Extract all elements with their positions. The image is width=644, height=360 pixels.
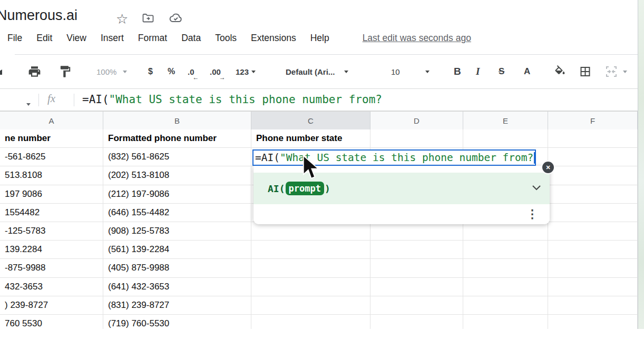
cell[interactable]: (646) 155-4482 bbox=[103, 204, 251, 222]
redo-icon[interactable] bbox=[0, 55, 5, 88]
cell[interactable]: Phone number state bbox=[251, 129, 370, 148]
cell[interactable] bbox=[548, 129, 638, 148]
cell[interactable] bbox=[251, 278, 370, 296]
cell[interactable] bbox=[370, 241, 463, 259]
column-header-a[interactable]: A bbox=[0, 112, 103, 130]
menu-format[interactable]: Format bbox=[138, 33, 167, 44]
cell[interactable]: ne number bbox=[0, 129, 103, 148]
column-header-b[interactable]: B bbox=[103, 112, 251, 130]
cell[interactable] bbox=[463, 315, 548, 329]
cell[interactable] bbox=[548, 148, 638, 166]
cell[interactable] bbox=[548, 296, 638, 315]
formula-bar[interactable]: fx =AI("What US state is this phone numb… bbox=[0, 88, 644, 111]
cell[interactable]: -875-9988 bbox=[0, 259, 103, 277]
fill-color-button[interactable] bbox=[553, 55, 567, 88]
cell[interactable]: (212) 197-9086 bbox=[103, 185, 251, 204]
cell-editor[interactable]: =AI("What US state is this phone number … bbox=[252, 149, 536, 166]
cell[interactable] bbox=[548, 241, 638, 259]
cell[interactable] bbox=[548, 222, 638, 241]
star-icon[interactable]: ☆ bbox=[116, 11, 128, 27]
column-header-d[interactable]: D bbox=[370, 112, 463, 130]
text-color-button[interactable]: A bbox=[524, 55, 530, 88]
paint-format-button[interactable] bbox=[58, 55, 72, 88]
menu-insert[interactable]: Insert bbox=[101, 33, 124, 44]
zoom-select[interactable]: 100% bbox=[96, 55, 127, 88]
cell[interactable] bbox=[251, 315, 370, 329]
folder-move-icon[interactable] bbox=[141, 12, 155, 26]
merge-cells-button[interactable] bbox=[605, 55, 627, 88]
cell[interactable]: (561) 139-2284 bbox=[103, 241, 251, 259]
cell[interactable]: 1554482 bbox=[0, 204, 103, 222]
font-select[interactable]: Default (Ari... bbox=[286, 55, 348, 88]
column-header-f[interactable]: F bbox=[548, 112, 638, 130]
cell[interactable] bbox=[251, 259, 370, 277]
number-format-button[interactable]: 123 bbox=[236, 55, 256, 88]
cell[interactable] bbox=[463, 222, 548, 241]
cell[interactable]: (202) 513-8108 bbox=[103, 166, 251, 185]
cell[interactable] bbox=[370, 129, 463, 148]
cell[interactable]: (908) 125-5783 bbox=[103, 222, 251, 241]
cell[interactable] bbox=[370, 315, 463, 329]
cell[interactable] bbox=[251, 296, 370, 315]
cell[interactable]: ) 239-8727 bbox=[0, 296, 103, 315]
menu-data[interactable]: Data bbox=[181, 33, 201, 44]
close-icon[interactable]: ✕ bbox=[541, 161, 555, 174]
cell[interactable] bbox=[370, 222, 463, 241]
cell[interactable]: 197 9086 bbox=[0, 185, 103, 204]
cell[interactable] bbox=[463, 278, 548, 296]
cell[interactable]: 513.8108 bbox=[0, 166, 103, 185]
format-currency-button[interactable]: $ bbox=[148, 55, 153, 88]
column-header-c[interactable]: C bbox=[251, 112, 370, 130]
cell[interactable]: 432-3653 bbox=[0, 278, 103, 296]
cell[interactable] bbox=[548, 166, 638, 185]
cell[interactable]: (831) 239-8727 bbox=[103, 296, 251, 315]
menu-tools[interactable]: Tools bbox=[215, 33, 237, 44]
cell[interactable] bbox=[548, 185, 638, 204]
menu-view[interactable]: View bbox=[66, 33, 86, 44]
formula-signature-row[interactable]: AI(prompt) bbox=[253, 173, 550, 204]
cell[interactable]: (641) 432-3653 bbox=[103, 278, 251, 296]
cell[interactable] bbox=[370, 259, 463, 277]
chevron-down-icon[interactable] bbox=[532, 184, 541, 193]
cell[interactable] bbox=[548, 278, 638, 296]
cell[interactable] bbox=[251, 241, 370, 259]
menu-file[interactable]: File bbox=[7, 33, 22, 44]
increase-decimal-button[interactable]: .00→ bbox=[210, 55, 221, 88]
cell[interactable]: (405) 875-9988 bbox=[103, 259, 251, 277]
cell[interactable]: 139.2284 bbox=[0, 241, 103, 259]
menu-edit[interactable]: Edit bbox=[36, 33, 52, 44]
bold-button[interactable]: B bbox=[454, 55, 461, 88]
borders-button[interactable] bbox=[579, 55, 592, 88]
format-percent-button[interactable]: % bbox=[168, 55, 175, 88]
menu-help[interactable]: Help bbox=[310, 33, 329, 44]
document-title[interactable]: Numerous.ai bbox=[0, 7, 77, 24]
cell[interactable]: -125-5783 bbox=[0, 222, 103, 241]
cell[interactable] bbox=[548, 315, 638, 329]
last-edit-link[interactable]: Last edit was seconds ago bbox=[363, 33, 471, 44]
cell[interactable] bbox=[370, 296, 463, 315]
cell[interactable] bbox=[463, 296, 548, 315]
font-size-select[interactable]: 10 bbox=[391, 55, 430, 88]
menu-extensions[interactable]: Extensions bbox=[251, 33, 296, 44]
table-row: -125-5783 (908) 125-5783 bbox=[0, 222, 638, 241]
cell[interactable] bbox=[548, 259, 638, 277]
cell[interactable]: 760 5530 bbox=[0, 315, 103, 329]
italic-button[interactable]: I bbox=[476, 55, 480, 88]
cell[interactable] bbox=[370, 278, 463, 296]
cell[interactable]: Formatted phone number bbox=[103, 129, 251, 148]
cell[interactable] bbox=[548, 204, 638, 222]
cell[interactable]: (832) 561-8625 bbox=[103, 148, 251, 166]
cell[interactable]: (719) 760-5530 bbox=[103, 315, 251, 329]
cell[interactable] bbox=[463, 129, 548, 148]
cell[interactable] bbox=[463, 259, 548, 277]
strikethrough-button[interactable]: S bbox=[499, 55, 504, 88]
name-box-dropdown-icon[interactable] bbox=[26, 98, 31, 108]
cell[interactable] bbox=[463, 241, 548, 259]
print-button[interactable] bbox=[27, 55, 42, 88]
formula-bar-input[interactable]: =AI("What US state is this phone number … bbox=[82, 93, 382, 106]
column-header-e[interactable]: E bbox=[463, 112, 548, 130]
cell[interactable] bbox=[251, 222, 370, 241]
cell[interactable]: -561-8625 bbox=[0, 148, 103, 166]
more-options-icon[interactable]: ⋮ bbox=[526, 208, 538, 220]
decrease-decimal-button[interactable]: .0← bbox=[188, 55, 194, 88]
